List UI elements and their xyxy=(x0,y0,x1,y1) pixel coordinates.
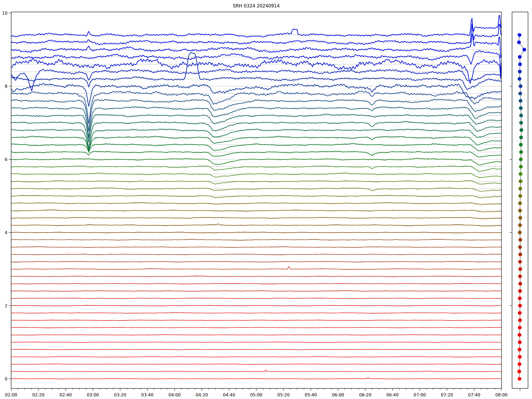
x-tick-label: 02:40 xyxy=(60,392,72,397)
trace-line xyxy=(11,173,501,178)
y-tick-label: 0 xyxy=(5,376,7,381)
x-tick-label: 05:00 xyxy=(250,392,262,397)
profile-dot xyxy=(519,172,522,176)
trace-line xyxy=(11,327,501,328)
trace-line xyxy=(11,320,501,321)
y-tick-label: 6 xyxy=(5,157,7,162)
profile-dot xyxy=(519,121,523,125)
x-tick-label: 02:20 xyxy=(32,392,44,397)
profile-dot xyxy=(519,157,523,161)
profile-dot xyxy=(518,340,522,344)
profile-dot xyxy=(518,33,521,37)
trace-line xyxy=(11,283,501,284)
trace-line xyxy=(11,261,501,262)
y-tick-label: 4 xyxy=(5,230,7,235)
profile-dot xyxy=(518,92,522,95)
profile-dot xyxy=(518,194,522,198)
profile-dot xyxy=(518,318,522,322)
trace-line xyxy=(11,377,501,379)
x-tick-label: 05:20 xyxy=(277,392,290,397)
y-tick-label: 8 xyxy=(5,84,7,89)
x-tick-label: 04:00 xyxy=(168,392,181,397)
x-tick-label: 07:00 xyxy=(414,392,426,397)
trace-line xyxy=(11,24,501,45)
x-tick-label: 06:40 xyxy=(386,392,398,397)
trace-line xyxy=(11,247,501,248)
profile-dot xyxy=(518,238,522,242)
profile-dot xyxy=(517,40,521,44)
x-tick-label: 06:00 xyxy=(332,392,344,397)
plot-area: 02:0002:2002:4003:0003:2003:4004:0004:20… xyxy=(2,11,508,397)
x-tick-label: 07:40 xyxy=(468,392,480,397)
profile-dot xyxy=(517,370,521,373)
y-tick-label: 10 xyxy=(2,11,7,16)
trace-line xyxy=(11,195,501,198)
trace-line xyxy=(11,106,501,138)
profile-dot xyxy=(518,267,522,271)
profile-dot xyxy=(519,165,523,169)
profile-dot xyxy=(518,187,522,190)
trace-line xyxy=(11,276,501,277)
profile-dot xyxy=(519,114,523,117)
x-tick-label: 05:40 xyxy=(305,392,317,397)
profile-dot xyxy=(522,48,526,52)
profile-dot xyxy=(519,84,522,88)
profile-dot xyxy=(519,128,523,132)
trace-line xyxy=(11,313,501,313)
profile-dot xyxy=(518,348,521,351)
trace-line xyxy=(11,370,501,372)
profile-dot xyxy=(518,77,521,81)
trace-line xyxy=(11,202,501,205)
profile-dot xyxy=(518,201,522,205)
y-tick-label: 2 xyxy=(5,303,7,308)
trace-line xyxy=(11,224,501,226)
profile-dot xyxy=(518,304,522,307)
x-axis: 02:0002:2002:4003:0003:2003:4004:0004:20… xyxy=(5,388,508,397)
trace-line xyxy=(11,181,501,184)
profile-dot xyxy=(518,311,522,315)
profile-dot xyxy=(518,253,522,256)
trace-line xyxy=(11,34,501,58)
profile-dot xyxy=(518,362,521,366)
stacked-trace-plot: 02:0002:2002:4003:0003:2003:4004:0004:20… xyxy=(0,0,532,399)
x-tick-label: 03:00 xyxy=(87,392,99,397)
profile-dot xyxy=(518,70,522,73)
profile-dot xyxy=(519,180,522,183)
screenshot-root: SRH 0324 20240914 02:0002:2002:4003:0003… xyxy=(0,0,532,399)
profile-dot xyxy=(518,289,522,293)
profile-dot xyxy=(519,136,523,139)
trace-line xyxy=(11,51,501,73)
profile-dot xyxy=(518,55,522,59)
x-tick-label: 07:20 xyxy=(441,392,453,397)
trace-line xyxy=(11,158,501,165)
profile-dot xyxy=(518,333,521,337)
trace-line xyxy=(11,217,501,219)
profile-dot xyxy=(519,99,522,103)
trace-line xyxy=(11,267,501,269)
profile-dot xyxy=(518,223,522,227)
profile-dot xyxy=(519,150,523,154)
profile-dot xyxy=(518,209,522,213)
x-tick-label: 04:20 xyxy=(196,392,208,397)
profile-dots xyxy=(517,33,526,381)
profile-dot xyxy=(518,245,522,249)
profile-dot xyxy=(518,297,522,300)
profile-dot xyxy=(518,355,522,359)
profile-dot xyxy=(518,282,522,286)
trace-line xyxy=(11,239,501,240)
traces xyxy=(11,15,501,379)
profile-dot xyxy=(518,377,521,381)
plot-border xyxy=(11,12,501,388)
trace-line xyxy=(11,349,501,350)
profile-dot xyxy=(519,106,523,110)
profile-dot xyxy=(518,63,522,66)
x-tick-label: 02:00 xyxy=(5,392,17,397)
profile-dot xyxy=(518,231,522,234)
x-tick-label: 03:20 xyxy=(114,392,126,397)
x-tick-label: 08:00 xyxy=(495,392,508,397)
profile-dot xyxy=(518,260,522,264)
trace-line xyxy=(11,357,501,357)
x-tick-label: 03:40 xyxy=(141,392,153,397)
y-axis: 0246810 xyxy=(2,11,11,381)
trace-line xyxy=(11,129,501,153)
